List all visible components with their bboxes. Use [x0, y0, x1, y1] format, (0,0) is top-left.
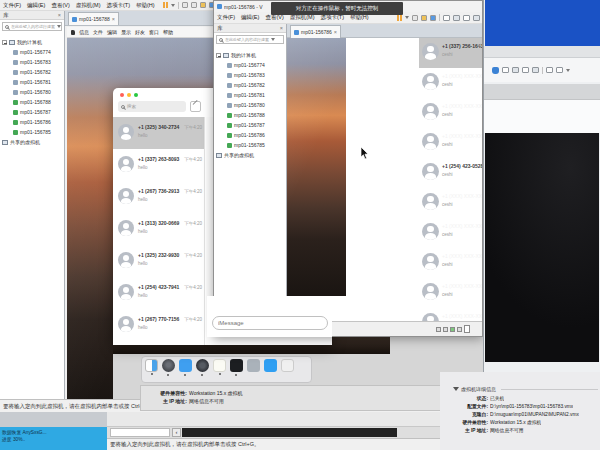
zoom-window-icon[interactable]	[134, 93, 138, 97]
app-store-icon[interactable]	[264, 359, 277, 372]
close-window-icon[interactable]	[120, 93, 124, 97]
menu-item[interactable]: 编辑(E)	[238, 14, 262, 21]
suspend-button[interactable]	[163, 2, 168, 8]
photos-icon[interactable]	[196, 359, 209, 372]
tree-item-vm[interactable]: mp01-156787	[2, 107, 64, 117]
tree-item-vm[interactable]: mp01-156787	[216, 120, 286, 130]
recovery-progress-window[interactable]: 数据恢复 AnySxsG... 进度 30%..	[0, 427, 107, 450]
vm-details-header[interactable]: 虚拟机详细信息	[440, 386, 600, 392]
tab-close-icon[interactable]	[112, 16, 115, 22]
settings-icon[interactable]	[430, 15, 436, 21]
tree-item-vm[interactable]: mp01-156782	[216, 80, 286, 90]
chat-row[interactable]: +1 (325) 340-2734 hello 下午4:20	[113, 117, 204, 149]
network-adapter-icon[interactable]	[450, 327, 455, 332]
manage-snapshots-icon[interactable]	[200, 2, 206, 8]
chat-row[interactable]: +1 (337) 263-8093 hello 下午4:20	[113, 149, 204, 181]
menu-item[interactable]: 选项卡(T)	[103, 2, 133, 9]
apple-logo-icon[interactable]	[71, 30, 75, 35]
finder-icon[interactable]	[145, 359, 158, 372]
compose-message-icon[interactable]	[190, 101, 201, 112]
menu-item[interactable]: 帮助(H)	[347, 14, 372, 21]
menu-item[interactable]: 虚拟机(M)	[73, 2, 104, 9]
launchpad-icon[interactable]	[162, 359, 175, 372]
scroll-left-button[interactable]	[172, 428, 181, 437]
tree-item-vm[interactable]: mp01-156785	[2, 127, 64, 137]
chevron-down-icon[interactable]	[271, 38, 275, 41]
mac-menu-item[interactable]: 帮助	[163, 29, 173, 35]
tree-item-vm[interactable]: mp01-156781	[2, 77, 64, 87]
chat-row[interactable]: +1 (337) 256-1643 ceshi 下午4:20	[419, 38, 482, 68]
chat-row[interactable]: +1 (325) 232-9930 hello 下午4:20	[113, 245, 204, 277]
tree-item-vm[interactable]: mp01-156780	[2, 87, 64, 97]
chevron-down-icon[interactable]	[566, 69, 570, 72]
show-library-icon[interactable]	[443, 15, 450, 21]
suspend-dropdown-icon[interactable]	[171, 4, 175, 7]
scrollbar-thumb[interactable]	[182, 428, 397, 437]
close-icon[interactable]	[58, 12, 61, 18]
mac-menu-item[interactable]: 信息	[79, 29, 89, 35]
notes-icon[interactable]	[213, 359, 226, 372]
horizontal-scrollbar[interactable]	[107, 426, 440, 438]
tree-item-vm[interactable]: mp01-156783	[2, 57, 64, 67]
show-library-icon[interactable]	[502, 67, 509, 73]
collapse-icon[interactable]	[2, 40, 7, 45]
tree-item-vm[interactable]: mp01-156774	[2, 47, 64, 57]
revert-icon[interactable]	[191, 2, 197, 8]
chat-row[interactable]: +1 (267) 770-7156 hello 下午4:20	[113, 309, 204, 341]
chevron-down-icon[interactable]	[57, 25, 61, 28]
menu-item[interactable]: 选项卡(T)	[317, 14, 347, 21]
menu-item[interactable]: 查看(V)	[262, 14, 286, 21]
suspend-dropdown-icon[interactable]	[405, 16, 409, 19]
mac-menu-item[interactable]: 文件	[93, 29, 103, 35]
tree-shared-vms[interactable]: 共享的虚拟机	[216, 150, 286, 160]
tree-item-vm[interactable]: mp01-156781	[216, 90, 286, 100]
imessage-input[interactable]	[212, 316, 328, 330]
terminal-icon[interactable]	[230, 359, 243, 372]
snapshot-icon[interactable]	[412, 15, 418, 21]
vm1-chat-search-input[interactable]: 搜索	[118, 101, 186, 112]
mac-menu-item[interactable]: 显示	[121, 29, 131, 35]
mac-menu-item[interactable]: 窗口	[149, 29, 159, 35]
mac-menu-item[interactable]: 好友	[135, 29, 145, 35]
notification-icon[interactable]	[492, 67, 499, 74]
tree-item-vm[interactable]: mp01-156788	[216, 110, 286, 120]
menu-item[interactable]: 文件(F)	[214, 14, 238, 21]
tree-root-my-computer[interactable]: 我的计算机	[216, 50, 286, 60]
minimize-window-icon[interactable]	[127, 93, 131, 97]
menu-item[interactable]: 编辑(E)	[24, 2, 48, 9]
show-thumbnail-bar-icon[interactable]	[453, 15, 460, 21]
snapshot-icon[interactable]	[182, 2, 188, 8]
chat-row[interactable]: +1 (XXX) XXX-XXXX ceshi 下午4:20	[419, 278, 482, 308]
snapshot-view-icon[interactable]	[556, 67, 563, 73]
cd-rom-icon[interactable]	[443, 327, 448, 332]
close-icon[interactable]	[280, 25, 283, 31]
chat-row[interactable]: +1 (XXX) XXX-XXXX ceshi 下午4:20	[419, 68, 482, 98]
chat-row[interactable]: +1 (313) 250-7308 hello 下午4:20	[113, 341, 204, 345]
w1-active-tab[interactable]: mp01-156788	[68, 12, 119, 25]
menu-item[interactable]: 虚拟机(M)	[287, 14, 318, 21]
vm-screen-preview-off[interactable]	[485, 133, 599, 362]
show-thumbnail-bar-icon[interactable]	[512, 67, 519, 73]
chat-row[interactable]: +1 (254) 423-7941 hello 下午4:20	[113, 277, 204, 309]
tree-shared-vms[interactable]: 共享的虚拟机	[2, 137, 64, 147]
chat-row[interactable]: +1 (XXX) XXX-XXXX ceshi 下午4:20	[419, 218, 482, 248]
usb-icon[interactable]	[457, 327, 462, 332]
tree-item-vm[interactable]: mp01-156774	[216, 60, 286, 70]
tree-item-vm[interactable]: mp01-156785	[216, 140, 286, 150]
chat-row[interactable]: +1 (XXX) XXX-XXXX ceshi 下午4:20	[419, 98, 482, 128]
unity-view-icon[interactable]	[522, 67, 529, 73]
chat-row[interactable]: +1 (267) 736-2913 hello 下午4:20	[113, 181, 204, 213]
tree-item-vm[interactable]: mp01-156780	[216, 100, 286, 110]
w2-library-search-input[interactable]: 在此处键入内容进行搜索	[216, 35, 284, 44]
messages-icon[interactable]	[179, 359, 192, 372]
menu-item[interactable]: 查看(V)	[48, 2, 72, 9]
tree-item-vm[interactable]: mp01-156783	[216, 70, 286, 80]
message-log-icon[interactable]	[464, 325, 470, 333]
chat-row[interactable]: +1 (254) 423-0528 ceshi 下午4:20	[419, 158, 482, 188]
chat-row[interactable]: +1 (XXX) XXX-XXXX ceshi 下午4:20	[419, 128, 482, 158]
hard-disk-icon[interactable]	[436, 327, 441, 332]
fullscreen-icon[interactable]	[473, 15, 480, 21]
tree-item-vm[interactable]: mp01-156786	[216, 130, 286, 140]
suspend-button[interactable]	[397, 15, 402, 21]
w2-active-tab[interactable]: mp01-156786	[290, 25, 341, 38]
